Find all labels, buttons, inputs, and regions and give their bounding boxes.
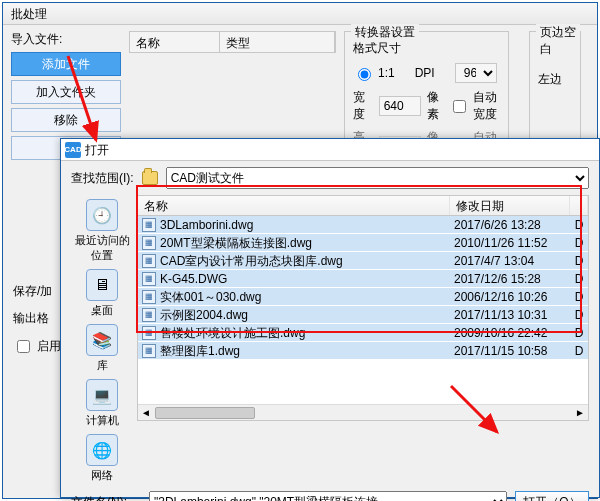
output-format-label: 输出格 bbox=[13, 310, 61, 327]
file-extra: D bbox=[570, 306, 588, 323]
place-recent[interactable]: 🕘最近访问的位置 bbox=[71, 199, 133, 263]
dialog-titlebar[interactable]: CAD 打开 bbox=[61, 139, 599, 161]
dpi-label: DPI bbox=[415, 66, 435, 80]
file-extra: D bbox=[570, 252, 588, 269]
converter-group-title: 转换器设置 bbox=[351, 24, 419, 41]
file-row[interactable]: ▦3DLamborini.dwg2017/6/26 13:28D bbox=[138, 216, 588, 234]
dialog-title-text: 打开 bbox=[85, 139, 109, 161]
file-name: 20MT型梁横隔板连接图.dwg bbox=[160, 234, 312, 251]
dwg-icon: ▦ bbox=[142, 344, 156, 358]
place-desktop-label: 桌面 bbox=[91, 303, 113, 318]
file-extra: D bbox=[570, 324, 588, 341]
scroll-thumb[interactable] bbox=[155, 407, 255, 419]
header-name[interactable]: 名称 bbox=[130, 32, 220, 52]
file-name: K-G45.DWG bbox=[160, 270, 227, 287]
import-label: 导入文件: bbox=[11, 31, 121, 48]
file-row[interactable]: ▦实体001～030.dwg2006/12/16 10:26D bbox=[138, 288, 588, 306]
file-date: 2017/4/7 13:04 bbox=[450, 252, 570, 269]
format-size-label: 格式尺寸 bbox=[353, 40, 500, 57]
dwg-icon: ▦ bbox=[142, 326, 156, 340]
list-header: 名称 类型 bbox=[129, 31, 336, 53]
file-list[interactable]: ▦3DLamborini.dwg2017/6/26 13:28D▦20MT型梁横… bbox=[138, 216, 588, 360]
width-label: 宽度 bbox=[353, 89, 373, 123]
file-name: 售楼处环境设计施工图.dwg bbox=[160, 324, 305, 341]
file-name: 示例图2004.dwg bbox=[160, 306, 248, 323]
col-date[interactable]: 修改日期 bbox=[450, 196, 570, 215]
ratio-radio[interactable] bbox=[358, 68, 371, 81]
file-row[interactable]: ▦20MT型梁横隔板连接图.dwg2010/11/26 11:52D bbox=[138, 234, 588, 252]
header-type[interactable]: 类型 bbox=[220, 32, 335, 52]
place-network-label: 网络 bbox=[91, 468, 113, 483]
col-extra[interactable] bbox=[570, 196, 588, 215]
place-libraries-label: 库 bbox=[97, 358, 108, 373]
place-computer-label: 计算机 bbox=[86, 413, 119, 428]
scroll-left-icon[interactable]: ◄ bbox=[138, 407, 154, 418]
dwg-icon: ▦ bbox=[142, 308, 156, 322]
computer-icon: 💻 bbox=[86, 379, 118, 411]
file-area: 名称 修改日期 ▦3DLamborini.dwg2017/6/26 13:28D… bbox=[137, 195, 589, 421]
place-network[interactable]: 🌐网络 bbox=[86, 434, 118, 483]
auto-width-check[interactable] bbox=[453, 100, 466, 113]
save-merge-label: 保存/加 bbox=[13, 283, 61, 300]
scroll-right-icon[interactable]: ► bbox=[572, 407, 588, 418]
margins-group: 页边空白 上面 左边 bbox=[529, 31, 581, 141]
file-extra: D bbox=[570, 288, 588, 305]
open-button[interactable]: 打开（O） bbox=[515, 491, 589, 501]
look-in-label: 查找范围(I): bbox=[71, 170, 134, 187]
dwg-icon: ▦ bbox=[142, 290, 156, 304]
pixel-suffix-w: 像素 bbox=[427, 89, 444, 123]
open-dialog: CAD 打开 查找范围(I): CAD测试文件 🕘最近访问的位置 🖥桌面 📚库 … bbox=[60, 138, 600, 498]
file-extra: D bbox=[570, 342, 588, 359]
file-name: CAD室内设计常用动态块图库.dwg bbox=[160, 252, 343, 269]
dwg-icon: ▦ bbox=[142, 218, 156, 232]
place-desktop[interactable]: 🖥桌面 bbox=[86, 269, 118, 318]
place-computer[interactable]: 💻计算机 bbox=[86, 379, 119, 428]
file-name-input[interactable]: "3DLamborini.dwg" "20MT型梁横隔板连接 bbox=[149, 491, 507, 501]
file-area-header: 名称 修改日期 bbox=[138, 196, 588, 216]
dwg-icon: ▦ bbox=[142, 236, 156, 250]
network-icon: 🌐 bbox=[86, 434, 118, 466]
file-name-label: 文件名(N): bbox=[71, 494, 141, 502]
dwg-icon: ▦ bbox=[142, 272, 156, 286]
recent-icon: 🕘 bbox=[86, 199, 118, 231]
file-name: 3DLamborini.dwg bbox=[160, 216, 253, 233]
dpi-select[interactable]: 96 bbox=[455, 63, 497, 83]
file-date: 2017/6/26 13:28 bbox=[450, 216, 570, 233]
look-in-select[interactable]: CAD测试文件 bbox=[166, 167, 589, 189]
look-in-row: 查找范围(I): CAD测试文件 bbox=[71, 167, 589, 189]
places-bar: 🕘最近访问的位置 🖥桌面 📚库 💻计算机 🌐网络 bbox=[71, 195, 133, 483]
remove-button[interactable]: 移除 bbox=[11, 108, 121, 132]
enable-check-left[interactable] bbox=[17, 340, 30, 353]
file-row[interactable]: ▦售楼处环境设计施工图.dwg2009/10/16 22:42D bbox=[138, 324, 588, 342]
file-extra: D bbox=[570, 216, 588, 233]
enable-check-left-label: 启用 bbox=[37, 338, 61, 355]
col-name[interactable]: 名称 bbox=[138, 196, 450, 215]
file-date: 2017/11/15 10:58 bbox=[450, 342, 570, 359]
file-name: 实体001～030.dwg bbox=[160, 288, 261, 305]
file-row[interactable]: ▦K-G45.DWG2017/12/6 15:28D bbox=[138, 270, 588, 288]
file-date: 2017/12/6 15:28 bbox=[450, 270, 570, 287]
add-file-button[interactable]: 添加文件 bbox=[11, 52, 121, 76]
file-date: 2009/10/16 22:42 bbox=[450, 324, 570, 341]
add-folder-button[interactable]: 加入文件夹 bbox=[11, 80, 121, 104]
desktop-icon: 🖥 bbox=[86, 269, 118, 301]
place-libraries[interactable]: 📚库 bbox=[86, 324, 118, 373]
h-scrollbar[interactable]: ◄ ► bbox=[138, 404, 588, 420]
margins-group-title: 页边空白 bbox=[536, 24, 580, 58]
width-input[interactable] bbox=[379, 96, 421, 116]
dwg-icon: ▦ bbox=[142, 254, 156, 268]
file-date: 2017/11/13 10:31 bbox=[450, 306, 570, 323]
file-row[interactable]: ▦示例图2004.dwg2017/11/13 10:31D bbox=[138, 306, 588, 324]
lower-left-labels: 保存/加 输出格 启用 bbox=[13, 283, 61, 356]
margin-left-label: 左边 bbox=[538, 71, 562, 88]
file-extra: D bbox=[570, 234, 588, 251]
file-row[interactable]: ▦CAD室内设计常用动态块图库.dwg2017/4/7 13:04D bbox=[138, 252, 588, 270]
file-extra: D bbox=[570, 270, 588, 287]
auto-width-label: 自动宽度 bbox=[473, 89, 500, 123]
libraries-icon: 📚 bbox=[86, 324, 118, 356]
place-recent-label: 最近访问的位置 bbox=[71, 233, 133, 263]
ratio-label: 1:1 bbox=[378, 66, 395, 80]
file-row[interactable]: ▦整理图库1.dwg2017/11/15 10:58D bbox=[138, 342, 588, 360]
file-date: 2006/12/16 10:26 bbox=[450, 288, 570, 305]
file-date: 2010/11/26 11:52 bbox=[450, 234, 570, 251]
